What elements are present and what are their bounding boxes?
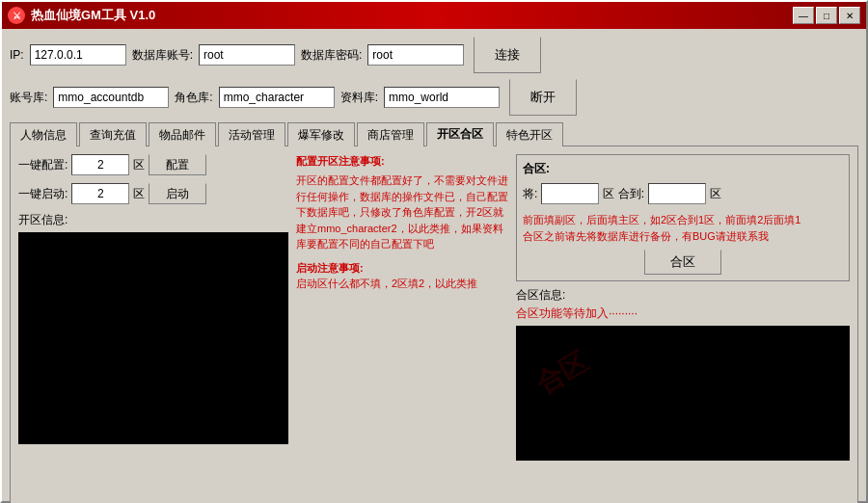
db-password-input[interactable] — [367, 44, 464, 66]
world-input[interactable] — [384, 87, 500, 108]
zone-info-box — [18, 232, 288, 444]
start-button[interactable]: 启动 — [149, 183, 206, 204]
zone-info-label: 开区信息: — [18, 212, 288, 228]
tab-recharge[interactable]: 查询充值 — [79, 122, 147, 146]
world-label: 资料库: — [340, 90, 378, 106]
ip-label: IP: — [10, 48, 24, 62]
tab-activity[interactable]: 活动管理 — [218, 122, 285, 146]
db-password-label: 数据库密码: — [301, 47, 362, 64]
account-input[interactable] — [53, 87, 169, 108]
maximize-button[interactable]: □ — [816, 7, 837, 24]
to-unit: 区 — [710, 186, 721, 202]
one-key-start-label: 一键启动: — [18, 186, 68, 202]
one-key-setup-label: 一键配置: — [18, 157, 68, 173]
merge-info-box: 合区 — [516, 326, 850, 461]
watermark: 合区 — [529, 344, 594, 403]
tab-special[interactable]: 特色开区 — [496, 122, 563, 146]
tab-rate[interactable]: 爆军修改 — [287, 122, 355, 146]
from-label: 将: — [523, 186, 537, 202]
start-row: 一键启动: 区 启动 — [18, 183, 288, 204]
to-input[interactable] — [648, 183, 706, 204]
db-account-input[interactable] — [199, 44, 295, 66]
title-bar-left: ⚔ 热血仙境GM工具 V1.0 — [8, 7, 155, 24]
zone-info-right-text: 合区功能等待加入········· — [516, 305, 850, 322]
account-label: 账号库: — [10, 90, 47, 106]
minimize-button[interactable]: — — [793, 7, 814, 24]
start-text: 启动区什么都不填，2区填2，以此类推 — [296, 276, 508, 292]
main-content: IP: 数据库账号: 数据库密码: 连接 账号库: 角色库: 资料库: 断开 人… — [2, 29, 866, 503]
merge-row: 将: 区 合到: 区 — [523, 183, 843, 204]
middle-panel: 配置开区注意事项: 开区的配置文件都配置好了，不需要对文件进行任何操作，数据库的… — [296, 154, 508, 503]
title-buttons: — □ ✕ — [793, 7, 860, 24]
zone-info-right-label: 合区信息: — [516, 287, 850, 304]
right-panel: 合区: 将: 区 合到: 区 前面填副区，后面填主区，如2区合到1区，前面填2后… — [516, 154, 850, 503]
disconnect-button[interactable]: 断开 — [509, 79, 577, 116]
merge-zone-title: 合区: — [523, 161, 843, 177]
start-input[interactable] — [71, 183, 129, 204]
setup-unit: 区 — [133, 157, 145, 173]
setup-row: 一键配置: 区 配置 — [18, 154, 288, 175]
close-button[interactable]: ✕ — [839, 7, 860, 24]
app-icon: ⚔ — [8, 7, 25, 24]
notice-title: 配置开区注意事项: — [296, 154, 508, 169]
char-input[interactable] — [219, 87, 335, 108]
notice-text: 开区的配置文件都配置好了，不需要对文件进行任何操作，数据库的操作文件已，自己配置… — [296, 172, 508, 252]
start-unit: 区 — [133, 186, 145, 202]
char-label: 角色库: — [175, 90, 212, 106]
connection-row1: IP: 数据库账号: 数据库密码: 连接 — [10, 37, 858, 73]
tab-bar: 人物信息 查询充值 物品邮件 活动管理 爆军修改 商店管理 开区合区 特色开区 — [10, 121, 858, 146]
tab-mail[interactable]: 物品邮件 — [149, 122, 216, 146]
connect-button[interactable]: 连接 — [474, 37, 541, 73]
tab-shop[interactable]: 商店管理 — [357, 122, 424, 146]
from-input[interactable] — [541, 183, 599, 204]
setup-button[interactable]: 配置 — [149, 154, 206, 175]
merge-btn-row: 合区 — [523, 250, 843, 275]
from-unit: 区 合到: — [603, 186, 644, 202]
merge-info-text: 前面填副区，后面填主区，如2区合到1区，前面填2后面填1 合区之前请先将数据库进… — [523, 212, 843, 244]
setup-input[interactable] — [71, 154, 129, 175]
window-title: 热血仙境GM工具 V1.0 — [31, 7, 155, 24]
merge-zone-section: 合区: 将: 区 合到: 区 前面填副区，后面填主区，如2区合到1区，前面填2后… — [516, 154, 850, 281]
tab-openzone[interactable]: 开区合区 — [426, 122, 494, 146]
tab-character-info[interactable]: 人物信息 — [10, 122, 77, 146]
tab-content-openzone: 一键配置: 区 配置 一键启动: 区 启动 开区信息: 配置开区注意事项: 开区… — [10, 146, 858, 503]
main-window: ⚔ 热血仙境GM工具 V1.0 — □ ✕ IP: 数据库账号: 数据库密码: … — [0, 0, 868, 503]
title-bar: ⚔ 热血仙境GM工具 V1.0 — □ ✕ — [2, 2, 866, 29]
start-notice-title: 启动注意事项: — [296, 260, 508, 277]
connection-row2: 账号库: 角色库: 资料库: 断开 — [10, 79, 858, 116]
ip-input[interactable] — [30, 44, 126, 66]
merge-button[interactable]: 合区 — [644, 250, 721, 275]
left-panel: 一键配置: 区 配置 一键启动: 区 启动 开区信息: — [18, 154, 288, 503]
db-account-label: 数据库账号: — [132, 47, 193, 64]
start-title: 启动注意事项: — [296, 262, 364, 274]
merge-info-section: 合区信息: 合区功能等待加入········· 合区 — [516, 287, 850, 461]
